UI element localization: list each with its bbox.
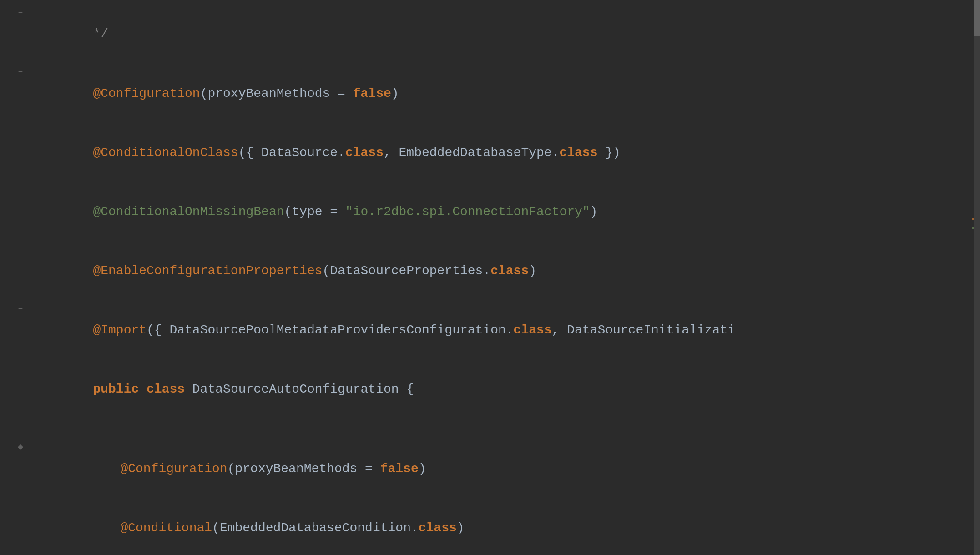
fold-gutter xyxy=(9,182,32,183)
annotation: @Configuration xyxy=(93,86,200,101)
code-line: – */ xyxy=(9,5,980,64)
code-text: ) xyxy=(391,86,399,101)
fold-icon-diamond[interactable]: ◆ xyxy=(18,440,23,454)
scrollbar[interactable] xyxy=(974,0,980,555)
code-text: ) xyxy=(419,462,426,476)
line-content: @ConditionalOnMissingBean(type = "io.r2d… xyxy=(32,182,980,242)
minimap-indicator xyxy=(972,218,974,220)
keyword-class: class xyxy=(490,264,529,278)
code-line: @ConditionalOnMissingBean(type = "io.r2d… xyxy=(9,182,980,242)
code-text: (DataSourceProperties. xyxy=(323,264,491,278)
fold-icon-minus[interactable]: – xyxy=(18,5,23,20)
code-text: ) xyxy=(457,521,465,535)
code-editor: – */ – @Configuration(proxyBeanMethods =… xyxy=(0,0,980,555)
fold-gutter xyxy=(9,419,32,420)
fold-icon-minus[interactable]: – xyxy=(18,65,23,79)
line-content: @EnableConfigurationProperties(DataSourc… xyxy=(32,242,980,301)
annotation: @EnableConfigurationProperties xyxy=(93,264,322,278)
line-content xyxy=(32,419,980,439)
code-text: ) xyxy=(529,264,536,278)
code-text: , DataSourceInitializati xyxy=(552,323,735,337)
fold-gutter: – xyxy=(9,5,32,20)
keyword-class: class xyxy=(419,521,457,535)
annotation: @ConditionalOnClass xyxy=(93,146,238,160)
string-literal: "io.r2dbc.spi.ConnectionFactory" xyxy=(345,205,590,219)
keyword-class: class xyxy=(559,146,597,160)
line-content: @Configuration(proxyBeanMethods = false) xyxy=(32,64,980,123)
code-text: (proxyBeanMethods = xyxy=(200,86,353,101)
comment-text: */ xyxy=(93,27,108,41)
code-text: (EmbeddedDatabaseCondition. xyxy=(212,521,419,535)
code-text: DataSourceAutoConfiguration { xyxy=(185,382,414,396)
fold-gutter: – xyxy=(9,64,32,79)
code-line: @EnableConfigurationProperties(DataSourc… xyxy=(9,242,980,301)
code-area: – */ – @Configuration(proxyBeanMethods =… xyxy=(0,0,980,555)
code-text: (proxyBeanMethods = xyxy=(227,462,380,476)
code-text: ({ DataSourcePoolMetadataProvidersConfig… xyxy=(146,323,514,337)
annotation: @Configuration xyxy=(120,462,227,476)
fold-icon-minus[interactable]: – xyxy=(18,302,23,316)
keyword-false: false xyxy=(380,462,419,476)
scrollbar-thumb[interactable] xyxy=(974,0,980,36)
keyword-class: class xyxy=(514,323,552,337)
annotation: @Conditional xyxy=(120,521,212,535)
code-line: public class DataSourceAutoConfiguration… xyxy=(9,360,980,419)
fold-gutter xyxy=(9,242,32,242)
code-text: ) xyxy=(590,205,598,219)
annotation: @Import xyxy=(93,323,146,337)
line-content: @ConditionalOnClass({ DataSource.class, … xyxy=(32,123,980,182)
fold-gutter: ◆ xyxy=(9,439,32,454)
code-text: (type = xyxy=(284,205,345,219)
annotation: @ConditionalOnMissingBean xyxy=(93,205,284,219)
code-line: – @Configuration(proxyBeanMethods = fals… xyxy=(9,64,980,123)
code-line: @ConditionalOnClass({ DataSource.class, … xyxy=(9,123,980,182)
code-line: @Conditional(EmbeddedDatabaseCondition.c… xyxy=(9,498,980,555)
line-content: public class DataSourceAutoConfiguration… xyxy=(32,360,980,419)
line-content: @Configuration(proxyBeanMethods = false) xyxy=(32,439,980,498)
fold-gutter: – xyxy=(9,301,32,316)
minimap-indicator xyxy=(972,227,974,229)
code-line: ◆ @Configuration(proxyBeanMethods = fals… xyxy=(9,439,980,498)
code-text: }) xyxy=(597,146,620,160)
code-line xyxy=(9,419,980,439)
code-line: – @Import({ DataSourcePoolMetadataProvid… xyxy=(9,301,980,360)
code-text: , EmbeddedDatabaseType. xyxy=(384,146,559,160)
keyword-class: class xyxy=(345,146,384,160)
fold-gutter xyxy=(9,498,32,499)
keyword-public: public class xyxy=(93,382,185,396)
line-content: */ xyxy=(32,5,980,64)
line-content: @Import({ DataSourcePoolMetadataProvider… xyxy=(32,301,980,360)
code-text: ({ DataSource. xyxy=(238,146,345,160)
line-content: @Conditional(EmbeddedDatabaseCondition.c… xyxy=(32,498,980,555)
keyword-false: false xyxy=(353,86,391,101)
fold-gutter xyxy=(9,123,32,124)
fold-gutter xyxy=(9,360,32,361)
